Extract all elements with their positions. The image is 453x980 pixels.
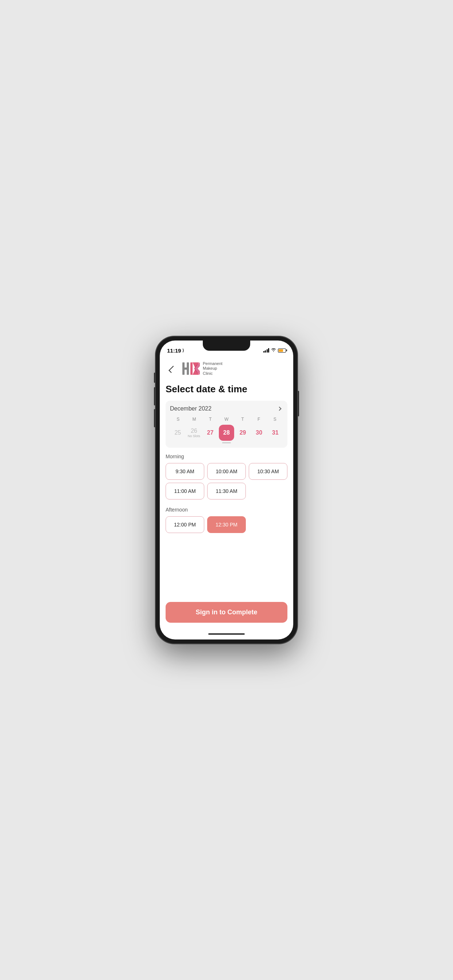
battery-fill bbox=[279, 349, 283, 352]
side-button-mute bbox=[154, 372, 155, 383]
calendar-day-headers: S M T W T F S bbox=[170, 417, 283, 422]
phone-frame: 11:19 ⟩ bbox=[155, 336, 298, 644]
status-time: 11:19 ⟩ bbox=[167, 347, 184, 354]
calendar-header: December 2022 bbox=[170, 405, 283, 412]
status-icons bbox=[263, 348, 286, 353]
side-button-volume-up bbox=[154, 387, 155, 406]
svg-rect-3 bbox=[190, 363, 193, 375]
back-button[interactable] bbox=[166, 363, 177, 374]
time-display: 11:19 bbox=[167, 347, 181, 354]
calendar-month: December 2022 bbox=[170, 406, 212, 412]
page-title: Select date & time bbox=[160, 382, 293, 401]
time-slot-1200pm[interactable]: 12:00 PM bbox=[166, 516, 204, 533]
svg-rect-2 bbox=[187, 363, 189, 375]
brand-logo bbox=[182, 360, 200, 378]
day-header-sun: S bbox=[170, 417, 186, 422]
location-icon: ⟩ bbox=[182, 348, 184, 353]
chevron-right-icon bbox=[277, 407, 281, 410]
calendar-day-30[interactable]: 30 bbox=[251, 425, 267, 441]
home-bar bbox=[208, 633, 245, 635]
calendar-day-26[interactable]: 26 No Slots bbox=[187, 425, 202, 441]
morning-section: Morning 9:30 AM 10:00 AM 10:30 AM 11:00 … bbox=[160, 453, 293, 507]
time-slot-empty-2 bbox=[249, 516, 287, 533]
calendar-day-25[interactable]: 25 bbox=[170, 425, 186, 441]
brand-name: Permanent Makeup Clinic bbox=[203, 361, 222, 376]
afternoon-label: Afternoon bbox=[166, 507, 287, 512]
day-header-mon: M bbox=[186, 417, 202, 422]
battery-icon bbox=[278, 348, 286, 353]
day-header-fri: F bbox=[250, 417, 266, 422]
day-header-sat: S bbox=[267, 417, 283, 422]
calendar-day-28[interactable]: 28 bbox=[219, 425, 234, 441]
time-slot-930am[interactable]: 9:30 AM bbox=[166, 463, 204, 480]
side-button-power bbox=[298, 391, 299, 416]
home-indicator bbox=[160, 628, 293, 640]
time-slot-empty-1 bbox=[249, 483, 287, 500]
logo-container: Permanent Makeup Clinic bbox=[182, 360, 222, 378]
time-slot-1030am[interactable]: 10:30 AM bbox=[249, 463, 287, 480]
afternoon-section: Afternoon 12:00 PM 12:30 PM bbox=[160, 507, 293, 536]
logo-line-3: Clinic bbox=[203, 371, 222, 376]
morning-slots-row2: 11:00 AM 11:30 AM bbox=[166, 483, 287, 500]
calendar-next-button[interactable] bbox=[276, 405, 283, 412]
sign-in-button[interactable]: Sign in to Complete bbox=[166, 602, 287, 623]
calendar-days: 25 26 No Slots 27 28 bbox=[170, 425, 283, 441]
morning-slots-row1: 9:30 AM 10:00 AM 10:30 AM bbox=[166, 463, 287, 480]
side-button-volume-down bbox=[154, 409, 155, 427]
time-slot-1130am[interactable]: 11:30 AM bbox=[207, 483, 246, 500]
time-slot-1100am[interactable]: 11:00 AM bbox=[166, 483, 204, 500]
calendar-day-29[interactable]: 29 bbox=[235, 425, 250, 441]
selected-day-indicator bbox=[222, 442, 231, 443]
afternoon-slots-row1: 12:00 PM 12:30 PM bbox=[166, 516, 287, 533]
wifi-icon bbox=[271, 348, 276, 353]
calendar-day-31[interactable]: 31 bbox=[267, 425, 283, 441]
time-slot-1000am[interactable]: 10:00 AM bbox=[207, 463, 246, 480]
phone-screen: 11:19 ⟩ bbox=[160, 340, 293, 640]
logo-line-2: Makeup bbox=[203, 366, 222, 371]
signal-icon bbox=[263, 348, 270, 353]
day-header-wed: W bbox=[219, 417, 234, 422]
app-content: Permanent Makeup Clinic Select date & ti… bbox=[160, 356, 293, 640]
notch bbox=[203, 340, 250, 351]
app-header: Permanent Makeup Clinic bbox=[160, 356, 293, 382]
back-chevron-icon bbox=[169, 366, 176, 373]
calendar-section: December 2022 S M T W T F S bbox=[166, 401, 287, 448]
calendar-day-27[interactable]: 27 bbox=[203, 425, 218, 441]
morning-label: Morning bbox=[166, 453, 287, 460]
logo-line-1: Permanent bbox=[203, 361, 222, 366]
day-header-thu: T bbox=[234, 417, 250, 422]
time-slot-1230pm[interactable]: 12:30 PM bbox=[207, 516, 246, 533]
content-spacer bbox=[160, 536, 293, 596]
day-header-tue: T bbox=[203, 417, 219, 422]
bottom-cta: Sign in to Complete bbox=[160, 596, 293, 628]
